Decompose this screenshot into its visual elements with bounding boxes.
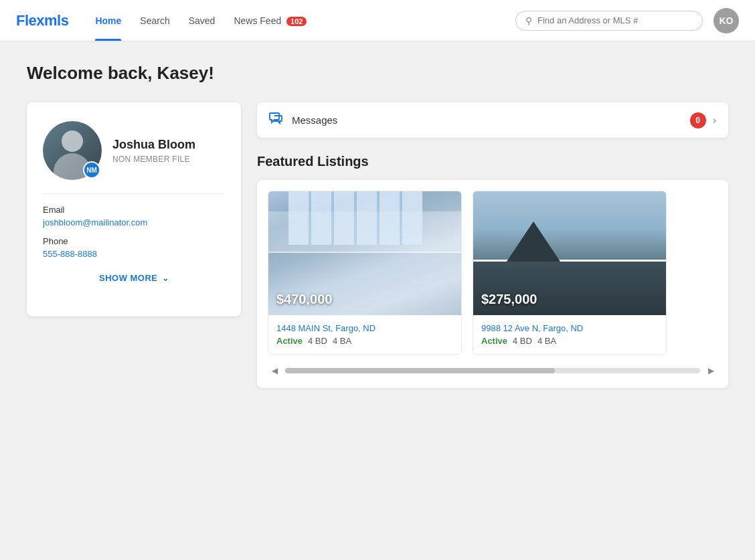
listing-status-2: Active (481, 336, 507, 346)
scroll-bar-thumb (285, 368, 555, 373)
messages-count: 0 (690, 112, 706, 128)
messages-chevron-icon: › (713, 114, 716, 126)
listing-address-1: 1448 MAIN St, Fargo, ND (276, 323, 453, 333)
scroll-right-arrow[interactable]: ▶ (704, 364, 718, 377)
contact-email-field: Email joshbloom@mailinator.com (43, 205, 225, 228)
listing-address-2: 9988 12 Ave N, Fargo, ND (481, 323, 658, 333)
contact-card: NM Joshua Bloom NON MEMBER FILE Email jo… (27, 102, 241, 316)
content-row: NM Joshua Bloom NON MEMBER FILE Email jo… (27, 102, 728, 388)
listing-card-1[interactable]: $470,000 1448 MAIN St, Fargo, ND Active … (268, 191, 462, 355)
featured-listings-title: Featured Listings (257, 154, 728, 169)
newsfeed-badge: 102 (286, 17, 307, 26)
phone-label: Phone (43, 236, 225, 246)
phone-value[interactable]: 555-888-8888 (43, 249, 97, 259)
featured-listings-section: Featured Listings $470,000 1448 MAIN St,… (257, 154, 728, 388)
brand-logo[interactable]: Flexmls (16, 12, 68, 29)
listing-card-2[interactable]: $275,000 9988 12 Ave N, Fargo, ND Active… (473, 191, 667, 355)
listings-scroll-track: ◀ ▶ (268, 364, 718, 377)
contact-divider (43, 193, 225, 194)
email-label: Email (43, 205, 225, 215)
welcome-title: Welcome back, Kasey! (27, 63, 728, 84)
contact-profile: NM Joshua Bloom NON MEMBER FILE (43, 121, 225, 180)
contact-name-group: Joshua Bloom NON MEMBER FILE (112, 137, 195, 163)
search-icon: ⚲ (525, 15, 532, 26)
right-panel: Messages 0 › Featured Listings $470,000 (257, 102, 728, 388)
navbar: Flexmls Home Search Saved News Feed 102 … (0, 0, 755, 41)
listing-baths-1: 4 BA (333, 336, 351, 346)
email-value[interactable]: joshbloom@mailinator.com (43, 217, 147, 227)
listing-price-2: $275,000 (481, 292, 537, 307)
search-input[interactable] (537, 15, 693, 25)
nav-link-newsfeed[interactable]: News Feed 102 (226, 10, 315, 31)
listing-beds-1: 4 BD (308, 336, 327, 346)
listing-info-1: 1448 MAIN St, Fargo, ND Active 4 BD 4 BA (268, 315, 461, 354)
show-more-button[interactable]: SHOW MORE ⌄ (43, 273, 225, 283)
listings-grid: $470,000 1448 MAIN St, Fargo, ND Active … (268, 191, 718, 355)
contact-name: Joshua Bloom (112, 137, 195, 153)
main-content: Welcome back, Kasey! NM Joshua Bloom NON… (0, 41, 755, 409)
nav-link-saved[interactable]: Saved (181, 10, 224, 31)
nav-link-home[interactable]: Home (87, 10, 129, 31)
messages-icon (269, 112, 284, 128)
listings-container: $470,000 1448 MAIN St, Fargo, ND Active … (257, 180, 728, 388)
listing-price-1: $470,000 (276, 292, 332, 307)
listing-status-1: Active (276, 336, 303, 346)
listing-image-1: $470,000 (268, 191, 461, 315)
listing-details-2: Active 4 BD 4 BA (481, 336, 658, 346)
listing-info-2: 9988 12 Ave N, Fargo, ND Active 4 BD 4 B… (473, 315, 666, 354)
scroll-bar-track[interactable] (285, 368, 700, 373)
contact-phone-field: Phone 555-888-8888 (43, 236, 225, 260)
chevron-down-icon: ⌄ (162, 274, 169, 283)
contact-tag: NON MEMBER FILE (112, 155, 195, 164)
nm-badge: NM (83, 161, 100, 179)
global-search[interactable]: ⚲ (515, 11, 703, 31)
contact-avatar-wrap: NM (43, 121, 102, 180)
listing-baths-2: 4 BA (537, 336, 556, 346)
scroll-left-arrow[interactable]: ◀ (268, 364, 281, 377)
messages-bar[interactable]: Messages 0 › (257, 102, 728, 138)
listing-beds-2: 4 BD (513, 336, 532, 346)
nav-link-search[interactable]: Search (132, 10, 177, 31)
listing-image-2: $275,000 (473, 191, 666, 315)
user-avatar[interactable]: KO (714, 8, 739, 33)
listing-details-1: Active 4 BD 4 BA (276, 336, 453, 346)
messages-label: Messages (292, 114, 690, 126)
nav-links: Home Search Saved News Feed 102 (87, 10, 315, 31)
